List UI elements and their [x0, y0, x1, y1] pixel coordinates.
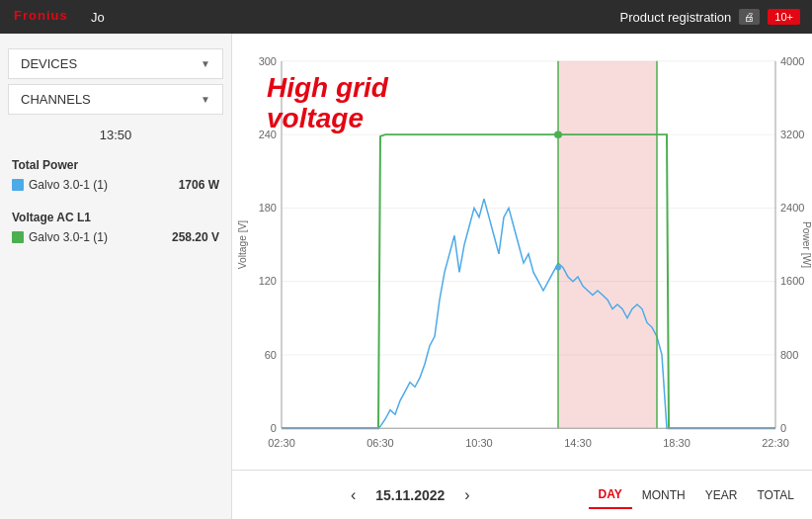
- svg-text:22:30: 22:30: [762, 437, 789, 449]
- channels-button[interactable]: CHANNELS ▼: [8, 84, 223, 115]
- prev-date-button[interactable]: ‹: [343, 482, 364, 508]
- voltage-ac-section: Voltage AC L1 Galvo 3.0-1 (1) 258.20 V: [0, 203, 231, 255]
- voltage-ac-title: Voltage AC L1: [12, 211, 219, 224]
- next-date-button[interactable]: ›: [456, 482, 477, 508]
- svg-text:Voltage [V]: Voltage [V]: [236, 220, 248, 269]
- svg-text:06:30: 06:30: [366, 437, 394, 449]
- svg-text:300: 300: [259, 55, 277, 67]
- avatar-badge[interactable]: 10+: [768, 9, 800, 25]
- product-reg-icon[interactable]: 🖨: [739, 9, 760, 25]
- fronius-logo: Fronius: [12, 4, 81, 30]
- voltage-ac-color: [12, 231, 24, 243]
- total-power-value: 1706 W: [179, 178, 219, 192]
- data-point-blue: [555, 265, 561, 271]
- main-layout: DEVICES ▼ CHANNELS ▼ 13:50 Total Power G…: [0, 34, 812, 519]
- svg-text:Fronius: Fronius: [14, 8, 68, 23]
- total-power-label: Galvo 3.0-1 (1): [12, 178, 108, 192]
- date-navigation: ‹ 15.11.2022 ›: [232, 482, 589, 508]
- devices-label: DEVICES: [21, 56, 77, 71]
- header-right: Product registration 🖨 10+: [620, 9, 800, 25]
- total-power-section: Total Power Galvo 3.0-1 (1) 1706 W: [0, 150, 231, 203]
- total-power-color: [12, 179, 24, 191]
- data-point-green: [554, 130, 562, 137]
- sidebar: DEVICES ▼ CHANNELS ▼ 13:50 Total Power G…: [0, 34, 232, 519]
- svg-text:Power [W]: Power [W]: [801, 221, 812, 268]
- header-left: Fronius Jo: [12, 4, 105, 30]
- voltage-ac-value: 258.20 V: [172, 230, 219, 244]
- period-total-button[interactable]: TOTAL: [747, 481, 804, 509]
- svg-text:10:30: 10:30: [465, 437, 493, 449]
- svg-text:02:30: 02:30: [268, 437, 295, 449]
- svg-text:0: 0: [271, 422, 277, 434]
- highlight-region: [558, 61, 657, 428]
- devices-button[interactable]: DEVICES ▼: [8, 48, 223, 79]
- svg-text:4000: 4000: [780, 55, 805, 67]
- product-registration-label: Product registration: [620, 10, 732, 25]
- svg-text:18:30: 18:30: [663, 437, 690, 449]
- svg-text:60: 60: [265, 349, 277, 361]
- period-month-button[interactable]: MONTH: [632, 481, 695, 509]
- voltage-ac-device: Galvo 3.0-1 (1): [29, 230, 108, 244]
- chart-annotation-title: High grid voltage: [267, 73, 388, 134]
- channels-arrow-icon: ▼: [201, 94, 210, 105]
- current-date: 15.11.2022: [375, 487, 445, 503]
- svg-text:2400: 2400: [780, 202, 805, 214]
- chart-title-line2: voltage: [267, 103, 364, 133]
- svg-text:800: 800: [780, 349, 798, 361]
- svg-text:180: 180: [259, 202, 277, 214]
- voltage-ac-row: Galvo 3.0-1 (1) 258.20 V: [12, 230, 219, 244]
- chart-area: High grid voltage 300 24: [232, 34, 812, 519]
- chart-bottom-nav: ‹ 15.11.2022 › DAY MONTH YEAR TOTAL: [232, 470, 812, 519]
- svg-text:0: 0: [780, 422, 786, 434]
- total-power-title: Total Power: [12, 158, 219, 172]
- total-power-row: Galvo 3.0-1 (1) 1706 W: [12, 178, 219, 192]
- period-selector: DAY MONTH YEAR TOTAL: [589, 481, 805, 509]
- channels-label: CHANNELS: [21, 92, 91, 107]
- app-header: Fronius Jo Product registration 🖨 10+: [0, 0, 812, 34]
- svg-text:1600: 1600: [780, 276, 805, 288]
- devices-arrow-icon: ▼: [201, 58, 210, 69]
- svg-text:3200: 3200: [780, 129, 805, 140]
- svg-text:14:30: 14:30: [564, 437, 592, 449]
- period-year-button[interactable]: YEAR: [695, 481, 748, 509]
- time-display: 13:50: [0, 120, 231, 150]
- chart-title-line1: High grid: [267, 72, 388, 103]
- total-power-device: Galvo 3.0-1 (1): [29, 178, 108, 192]
- svg-text:120: 120: [259, 276, 277, 288]
- username-label: Jo: [91, 10, 105, 25]
- period-day-button[interactable]: DAY: [589, 481, 632, 509]
- voltage-ac-label: Galvo 3.0-1 (1): [12, 230, 108, 244]
